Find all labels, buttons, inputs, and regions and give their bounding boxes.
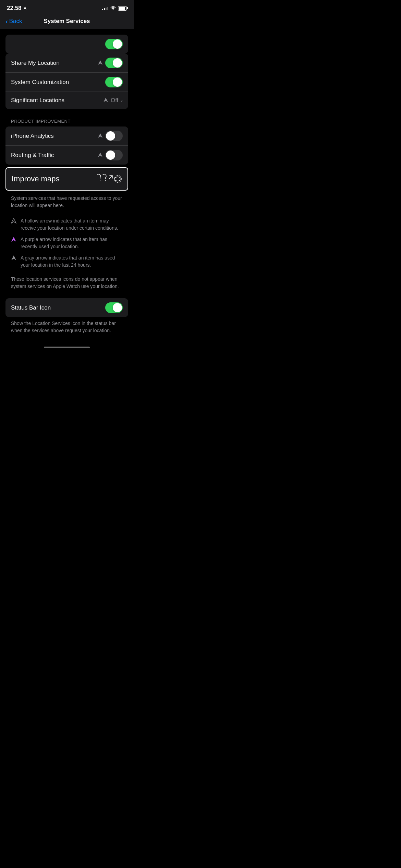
purple-arrow-icon — [11, 237, 16, 243]
hollow-arrow-icon — [11, 218, 16, 225]
product-improvement-settings-group: iPhone Analytics Routing & Traffic — [5, 126, 128, 165]
significant-locations-label: Significant Locations — [11, 97, 104, 104]
share-my-location-toggle[interactable] — [105, 58, 123, 68]
status-bar-icon-description-text: Show the Location Services icon in the s… — [11, 321, 116, 333]
share-my-location-row[interactable]: Share My Location — [5, 53, 128, 73]
status-bar-icon-row[interactable]: Status Bar Icon — [5, 298, 128, 317]
page-title: System Services — [44, 18, 90, 25]
toggle-knob — [113, 58, 122, 68]
status-bar-icon-label: Status Bar Icon — [11, 304, 105, 311]
routing-traffic-toggle[interactable] — [105, 150, 123, 160]
wifi-icon — [110, 5, 116, 11]
signal-bar-1 — [102, 9, 103, 10]
home-pill — [44, 347, 90, 348]
status-bar-icon-right — [105, 302, 123, 313]
iphone-analytics-arrow-icon — [98, 133, 102, 139]
legend-item-gray: A gray arrow indicates that an item has … — [11, 254, 123, 269]
toggle-knob — [106, 131, 115, 141]
significant-locations-row[interactable]: Significant Locations Off › — [5, 92, 128, 109]
nav-bar: ‹ Back System Services — [0, 14, 134, 29]
apple-watch-note: These location services icons do not app… — [0, 273, 134, 298]
status-right — [102, 5, 127, 11]
info-main-text: System services that have requested acce… — [11, 195, 122, 208]
routing-traffic-row[interactable]: Routing & Traffic — [5, 146, 128, 165]
share-location-arrow-icon — [98, 60, 102, 66]
scribble-area — [95, 172, 122, 186]
back-label: Back — [9, 18, 22, 25]
system-customization-toggle[interactable] — [105, 77, 123, 87]
location-status-icon — [23, 6, 27, 10]
info-section: System services that have requested acce… — [0, 191, 134, 213]
purple-arrow-text: A purple arrow indicates that an item ha… — [21, 236, 123, 250]
iphone-analytics-toggle[interactable] — [105, 131, 123, 141]
partial-toggle[interactable] — [105, 39, 123, 49]
significant-locations-value: Off — [111, 97, 118, 104]
gray-arrow-icon — [11, 255, 16, 262]
system-customization-label: System Customization — [11, 79, 105, 86]
back-chevron-icon: ‹ — [5, 18, 8, 25]
signal-bar-3 — [106, 8, 107, 10]
significant-locations-right: Off › — [104, 97, 123, 104]
home-indicator — [0, 340, 134, 351]
iphone-analytics-label: iPhone Analytics — [11, 133, 98, 140]
toggle-knob — [113, 303, 122, 312]
status-bar: 22.58 — [0, 0, 134, 14]
status-time: 22.58 — [7, 5, 27, 12]
product-improvement-header: PRODUCT IMPROVEMENT — [0, 112, 134, 126]
improve-maps-row[interactable]: Improve maps — [5, 167, 128, 191]
apple-watch-note-text: These location services icons do not app… — [11, 276, 119, 289]
improve-maps-label: Improve maps — [12, 174, 92, 183]
iphone-analytics-right — [98, 131, 123, 141]
hollow-arrow-text: A hollow arrow indicates that an item ma… — [21, 217, 123, 232]
legend-item-hollow: A hollow arrow indicates that an item ma… — [11, 217, 123, 232]
iphone-analytics-row[interactable]: iPhone Analytics — [5, 126, 128, 146]
signal-bar-2 — [104, 8, 105, 10]
routing-traffic-right — [98, 150, 123, 160]
signal-bar-4 — [107, 7, 108, 10]
battery-fill — [119, 7, 125, 10]
status-bar-icon-group: Status Bar Icon — [5, 298, 128, 317]
battery-icon — [118, 6, 127, 11]
main-settings-group: Share My Location System Customization S… — [5, 53, 128, 109]
routing-traffic-label: Routing & Traffic — [11, 152, 98, 159]
status-bar-icon-desc: Show the Location Services icon in the s… — [0, 317, 134, 340]
partial-settings-group — [5, 35, 128, 53]
system-customization-row[interactable]: System Customization — [5, 73, 128, 92]
back-button[interactable]: ‹ Back — [5, 18, 22, 25]
toggle-knob — [106, 150, 115, 160]
signal-bars — [102, 6, 108, 10]
share-my-location-label: Share My Location — [11, 60, 98, 67]
partial-row — [5, 35, 128, 53]
routing-traffic-arrow-icon — [98, 153, 102, 158]
status-bar-icon-toggle[interactable] — [105, 302, 123, 313]
system-customization-right — [105, 77, 123, 87]
svg-point-0 — [114, 176, 121, 182]
legend-item-purple: A purple arrow indicates that an item ha… — [11, 236, 123, 250]
scribble-icon — [95, 172, 122, 186]
gray-arrow-text: A gray arrow indicates that an item has … — [21, 254, 123, 269]
toggle-knob — [113, 77, 122, 87]
toggle-knob — [113, 39, 122, 49]
significant-locations-chevron-icon: › — [121, 98, 123, 103]
share-my-location-right — [98, 58, 123, 68]
significant-locations-arrow-icon — [104, 98, 108, 103]
